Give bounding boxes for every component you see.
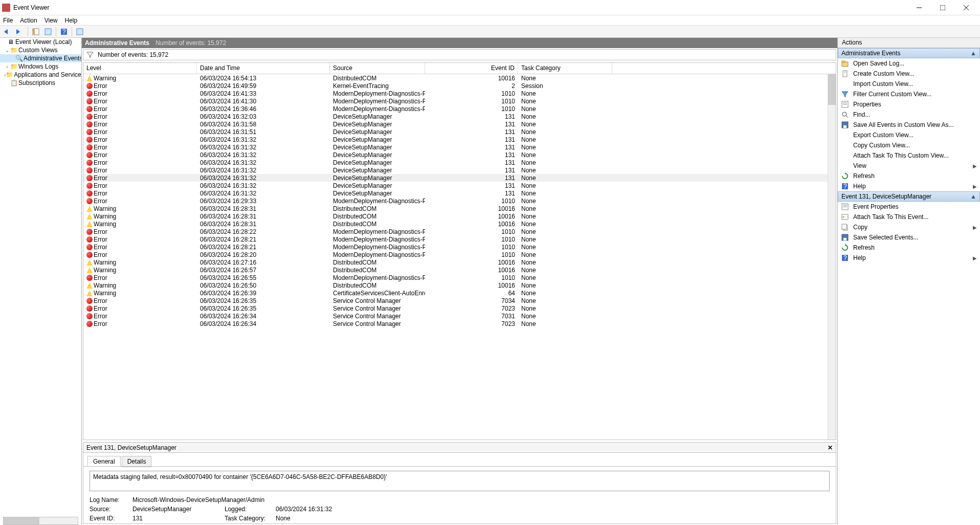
event-row[interactable]: Warning06/03/2024 16:26:57DistributedCOM… — [83, 266, 836, 274]
event-row[interactable]: Error06/03/2024 16:26:34Service Control … — [83, 320, 836, 327]
show-hide-tree-button[interactable] — [30, 26, 41, 37]
blank-icon — [841, 131, 849, 139]
event-row[interactable]: Error06/03/2024 16:31:51DeviceSetupManag… — [83, 128, 836, 136]
refresh-button[interactable] — [74, 26, 85, 37]
find-icon — [841, 111, 849, 119]
back-button[interactable] — [2, 26, 13, 37]
tab-general[interactable]: General — [87, 456, 121, 467]
detail-header: Event 131, DeviceSetupManager — [86, 444, 176, 451]
tab-details[interactable]: Details — [122, 456, 152, 467]
event-row[interactable]: Error06/03/2024 16:31:32DeviceSetupManag… — [83, 174, 836, 182]
col-task[interactable]: Task Category — [518, 63, 612, 74]
event-row[interactable]: Error06/03/2024 16:49:59Kernel-EventTrac… — [83, 82, 836, 90]
event-row[interactable]: Error06/03/2024 16:31:32DeviceSetupManag… — [83, 166, 836, 174]
action-properties[interactable]: Properties — [838, 99, 980, 110]
event-row[interactable]: Error06/03/2024 16:32:03DeviceSetupManag… — [83, 113, 836, 120]
svg-rect-31 — [843, 238, 847, 240]
forward-button[interactable] — [14, 26, 26, 37]
action-help[interactable]: ?Help▶ — [838, 253, 980, 263]
event-row[interactable]: Error06/03/2024 16:36:46ModernDeployment… — [83, 105, 836, 113]
menu-file[interactable]: File — [3, 17, 13, 24]
event-row[interactable]: Warning06/03/2024 16:26:50DistributedCOM… — [83, 281, 836, 289]
action-open-saved-log[interactable]: Open Saved Log... — [838, 58, 980, 69]
event-row[interactable]: Error06/03/2024 16:41:30ModernDeployment… — [83, 97, 836, 105]
event-row[interactable]: Warning06/03/2024 16:28:31DistributedCOM… — [83, 220, 836, 228]
actions-group-admin[interactable]: Administrative Events▲ — [838, 48, 980, 58]
action-attach-task-to-this-event[interactable]: Attach Task To This Event... — [838, 212, 980, 222]
tree-custom-views[interactable]: ⌄📁Custom Views — [0, 46, 81, 54]
event-row[interactable]: Error06/03/2024 16:41:33ModernDeployment… — [83, 90, 836, 97]
help-button[interactable]: ? — [58, 26, 70, 37]
tree-windows-logs[interactable]: ›📁Windows Logs — [0, 62, 81, 71]
action-view[interactable]: View▶ — [838, 161, 980, 171]
action-event-properties[interactable]: Event Properties — [838, 202, 980, 212]
action-help[interactable]: ?Help▶ — [838, 181, 980, 191]
event-row[interactable]: Error06/03/2024 16:31:32DeviceSetupManag… — [83, 189, 836, 197]
action-find[interactable]: Find... — [838, 110, 980, 120]
menu-action[interactable]: Action — [20, 17, 37, 24]
menu-help[interactable]: Help — [65, 17, 78, 24]
props-icon — [841, 203, 849, 211]
tree-administrative-events[interactable]: 🔍Administrative Events — [0, 54, 81, 62]
column-headers: Level Date and Time Source Event ID Task… — [83, 63, 836, 74]
event-row[interactable]: Error06/03/2024 16:26:35Service Control … — [83, 297, 836, 304]
actions-group-event[interactable]: Event 131, DeviceSetupManager▲ — [838, 191, 980, 202]
event-row[interactable]: Warning06/03/2024 16:28:31DistributedCOM… — [83, 212, 836, 220]
event-row[interactable]: Error06/03/2024 16:28:22ModernDeployment… — [83, 228, 836, 235]
action-copy-custom-view[interactable]: Copy Custom View... — [838, 140, 980, 150]
list-v-scrollbar[interactable] — [828, 74, 836, 440]
error-icon — [86, 106, 93, 112]
action-attach-task-to-this-custom-view[interactable]: Attach Task To This Custom View... — [838, 150, 980, 161]
event-row[interactable]: Error06/03/2024 16:31:32DeviceSetupManag… — [83, 182, 836, 189]
error-icon — [86, 321, 93, 327]
minimize-button[interactable] — [907, 0, 931, 15]
svg-rect-9 — [77, 29, 83, 35]
col-datetime[interactable]: Date and Time — [197, 63, 330, 74]
event-row[interactable]: Error06/03/2024 16:31:32DeviceSetupManag… — [83, 136, 836, 143]
event-row[interactable]: Error06/03/2024 16:31:32DeviceSetupManag… — [83, 143, 836, 151]
action-copy[interactable]: Copy▶ — [838, 222, 980, 232]
properties-button[interactable] — [42, 26, 54, 37]
action-create-custom-view[interactable]: Create Custom View... — [838, 69, 980, 79]
event-row[interactable]: Warning06/03/2024 16:26:39CertificateSer… — [83, 289, 836, 297]
svg-rect-20 — [843, 125, 847, 128]
help-icon: ? — [841, 182, 849, 190]
event-row[interactable]: Error06/03/2024 16:29:33ModernDeployment… — [83, 197, 836, 205]
menu-view[interactable]: View — [44, 17, 58, 24]
event-row[interactable]: Error06/03/2024 16:31:32DeviceSetupManag… — [83, 151, 836, 159]
action-refresh[interactable]: Refresh — [838, 171, 980, 181]
svg-rect-12 — [843, 71, 847, 77]
col-level[interactable]: Level — [83, 63, 197, 74]
event-row[interactable]: Error06/03/2024 16:31:58DeviceSetupManag… — [83, 120, 836, 128]
event-row[interactable]: Error06/03/2024 16:26:55ModernDeployment… — [83, 274, 836, 281]
action-filter-current-custom-view[interactable]: Filter Current Custom View... — [838, 89, 980, 99]
tree-applications-services[interactable]: ›📁Applications and Services Lo — [0, 71, 81, 79]
action-save-all-events-in-custom-view-as[interactable]: Save All Events in Custom View As... — [838, 120, 980, 130]
event-row[interactable]: Error06/03/2024 16:28:21ModernDeployment… — [83, 243, 836, 251]
event-row[interactable]: Error06/03/2024 16:26:35Service Control … — [83, 304, 836, 312]
detail-field-value: 06/03/2024 16:31:32 — [276, 506, 368, 513]
event-row[interactable]: Warning06/03/2024 16:54:13DistributedCOM… — [83, 74, 836, 82]
actions-header: Actions — [838, 38, 980, 48]
maximize-button[interactable] — [931, 0, 954, 15]
event-row[interactable]: Warning06/03/2024 16:28:31DistributedCOM… — [83, 205, 836, 212]
event-row[interactable]: Warning06/03/2024 16:27:16DistributedCOM… — [83, 258, 836, 266]
error-icon — [86, 129, 93, 135]
tree-root-label: Event Viewer (Local) — [15, 38, 72, 46]
action-refresh[interactable]: Refresh — [838, 243, 980, 253]
action-save-selected-events[interactable]: Save Selected Events... — [838, 232, 980, 243]
detail-close-button[interactable]: ✕ — [828, 444, 833, 451]
col-event-id[interactable]: Event ID — [425, 63, 518, 74]
tree-h-scrollbar[interactable] — [3, 517, 78, 525]
action-label: Create Custom View... — [853, 70, 914, 77]
action-import-custom-view[interactable]: Import Custom View... — [838, 79, 980, 89]
action-export-custom-view[interactable]: Export Custom View... — [838, 130, 980, 140]
tree-subscriptions[interactable]: 📋Subscriptions — [0, 79, 81, 87]
event-row[interactable]: Error06/03/2024 16:26:34Service Control … — [83, 312, 836, 320]
event-row[interactable]: Error06/03/2024 16:28:20ModernDeployment… — [83, 251, 836, 258]
event-row[interactable]: Error06/03/2024 16:28:21ModernDeployment… — [83, 235, 836, 243]
tree-root[interactable]: 🖥Event Viewer (Local) — [0, 38, 81, 46]
close-button[interactable] — [954, 0, 978, 15]
col-source[interactable]: Source — [330, 63, 425, 74]
event-row[interactable]: Error06/03/2024 16:31:32DeviceSetupManag… — [83, 159, 836, 166]
